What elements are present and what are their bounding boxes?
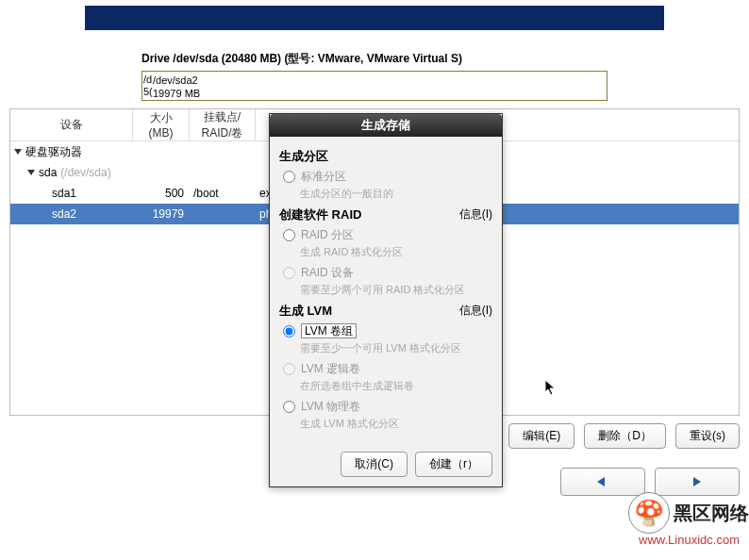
expand-icon[interactable] xyxy=(14,149,22,155)
row-mount: /boot xyxy=(190,187,256,200)
drive-segment-2: /dev/sda2 19979 MB xyxy=(152,72,607,100)
option-lvm-pv[interactable]: LVM 物理卷 xyxy=(283,399,492,415)
radio-lvm-lv xyxy=(283,363,295,375)
option-lvm-lv[interactable]: LVM 逻辑卷 xyxy=(283,361,492,377)
option-sub: 生成 RAID 格式化分区 xyxy=(300,245,492,259)
option-lvm-vg[interactable]: LVM 卷组 xyxy=(283,323,492,339)
row-device: sda1 xyxy=(10,187,133,200)
section-raid: 创建软件 RAID 信息(I) xyxy=(279,206,492,223)
row-device: sda2 xyxy=(10,207,133,221)
section-create-partition: 生成分区 xyxy=(279,148,492,165)
option-raid-partition[interactable]: RAID 分区 xyxy=(283,227,492,243)
tree-sda-label: sda xyxy=(39,166,57,179)
dialog-title: 生成存储 xyxy=(270,114,502,137)
create-confirm-button[interactable]: 创建（r） xyxy=(415,452,492,477)
option-sub: 在所选卷组中生成逻辑卷 xyxy=(300,379,492,393)
arrow-right-icon xyxy=(688,475,707,488)
edit-button[interactable]: 编辑(E) xyxy=(508,423,574,449)
header-device[interactable]: 设备 xyxy=(10,109,133,140)
watermark: 🍄 黑区网络 xyxy=(628,492,749,534)
tree-root-label: 硬盘驱动器 xyxy=(25,144,82,160)
drive-layout-box: /d 5( /dev/sda2 19979 MB xyxy=(141,71,608,101)
row-size: 19979 xyxy=(133,207,190,221)
radio-raid-device xyxy=(283,267,295,279)
arrow-left-icon xyxy=(593,475,612,488)
top-banner xyxy=(85,6,664,30)
radio-lvm-pv[interactable] xyxy=(283,401,295,413)
drive-header: Drive /dev/sda (20480 MB) (型号: VMware, V… xyxy=(141,51,608,101)
dialog-body: 生成分区 标准分区 生成分区的一般目的 创建软件 RAID 信息(I) RAID… xyxy=(270,137,502,442)
expand-icon[interactable] xyxy=(27,170,35,175)
radio-standard-partition[interactable] xyxy=(283,171,295,183)
delete-button[interactable]: 删除（D） xyxy=(584,423,666,449)
cancel-button[interactable]: 取消(C) xyxy=(341,452,408,477)
radio-raid-partition[interactable] xyxy=(283,229,295,241)
option-sub: 生成分区的一般目的 xyxy=(300,187,492,201)
mushroom-icon: 🍄 xyxy=(628,492,670,534)
row-size: 500 xyxy=(133,187,190,200)
header-size[interactable]: 大小 (MB) xyxy=(133,109,190,140)
dialog-buttons: 取消(C) 创建（r） xyxy=(270,442,502,486)
radio-lvm-vg[interactable] xyxy=(283,325,295,338)
section-lvm: 生成 LVM 信息(I) xyxy=(279,303,492,320)
option-standard-partition[interactable]: 标准分区 xyxy=(283,169,492,185)
option-sub: 需要至少两个可用 RAID 格式化分区 xyxy=(300,283,492,297)
watermark-url: www.Linuxidc.com xyxy=(639,533,740,547)
tree-sda-path: (/dev/sda) xyxy=(60,166,110,179)
option-raid-device[interactable]: RAID 设备 xyxy=(283,265,492,281)
create-storage-dialog: 生成存储 生成分区 标准分区 生成分区的一般目的 创建软件 RAID 信息(I)… xyxy=(269,113,503,487)
header-mount[interactable]: 挂载点/ RAID/卷 xyxy=(190,109,256,140)
option-sub: 需要至少一个可用 LVM 格式化分区 xyxy=(300,341,492,355)
drive-title: Drive /dev/sda (20480 MB) (型号: VMware, V… xyxy=(141,51,608,67)
raid-info-link[interactable]: 信息(I) xyxy=(459,206,492,223)
drive-segment-1: /d 5( xyxy=(142,72,152,100)
reset-button[interactable]: 重设(s) xyxy=(675,423,740,449)
option-sub: 生成 LVM 格式化分区 xyxy=(300,417,492,431)
lvm-info-link[interactable]: 信息(I) xyxy=(459,303,492,320)
